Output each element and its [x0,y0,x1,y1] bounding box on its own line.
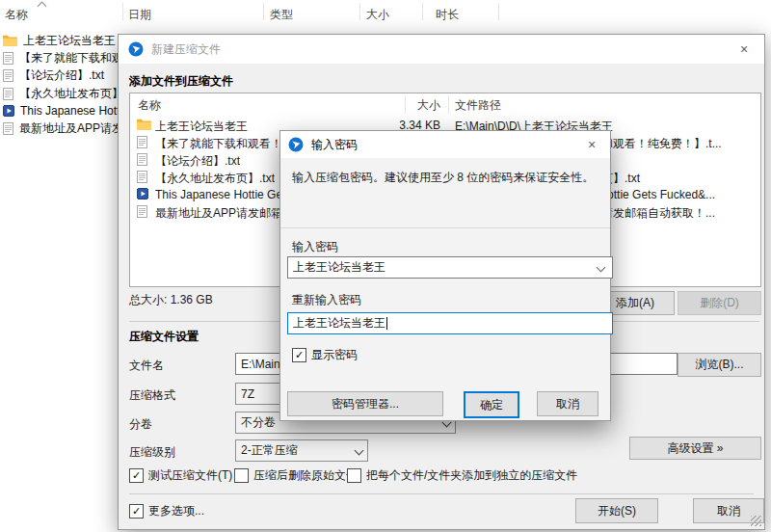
close-icon[interactable]: × [724,35,764,64]
file-name: 【来了就能下载和观... [19,50,133,66]
checkbox-icon: ✓ [292,348,306,362]
advanced-settings-button[interactable]: 高级设置 » [629,437,761,460]
ok-button[interactable]: 确定 [464,391,519,418]
checkbox-icon: ✓ [129,504,144,519]
filename-label: 文件名 [129,358,164,374]
more-options-checkbox[interactable]: ✓ 更多选项... [129,503,204,519]
text-file-icon [137,136,147,148]
chevron-down-icon [355,446,364,456]
delete-after-checkbox[interactable]: 压缩后删除原始文件 [234,467,358,484]
column-header-duration[interactable]: 时长 [436,7,459,23]
screen: { "explorer": { "columns": [ {"label": "… [0,0,771,532]
video-file-icon [137,188,148,200]
text-file-icon [3,88,13,100]
bandizip-app-icon [128,41,144,57]
password-dialog-titlebar: 输入密码 × [280,131,610,158]
column-header-size[interactable]: 大小 [366,7,389,23]
separate-archives-checkbox[interactable]: 把每个文件/文件夹添加到独立的压缩文件 [347,467,577,484]
password-dialog: 输入密码 × 输入压缩包密码。建议使用至少 8 位的密码来保证安全性。 输入密码… [279,130,611,421]
cancel-button[interactable]: 取消 [537,391,598,416]
text-file-icon [3,122,13,135]
text-file-icon [137,205,147,218]
checkbox-icon [234,468,249,483]
text-file-icon [3,69,13,82]
explorer-column-header: 名称 日期 类型 大小 时长 [0,0,771,23]
explorer-file-row[interactable]: 上老王论坛当老王 [3,32,116,49]
level-label: 压缩级别 [129,444,175,461]
dialog-title: 输入密码 [311,137,358,153]
checkbox-icon [347,468,361,483]
show-password-checkbox[interactable]: ✓ 显示密码 [292,347,358,363]
explorer-file-row[interactable]: This Japanese Hottie [3,102,129,120]
file-name: This Japanese Hottie [20,104,129,118]
start-button[interactable]: 开始(S) [575,498,658,523]
volume-label: 分卷 [129,416,152,433]
explorer-file-row[interactable]: 【论坛介绍】.txt [3,66,104,84]
text-cursor [386,317,387,330]
file-name: 上老王论坛当老王 [23,33,116,49]
list-column-size[interactable]: 大小 [371,97,440,114]
folder-icon [137,119,151,130]
file-name: 上老王论坛当老王 [155,119,248,135]
password-label: 输入密码 [292,239,338,255]
file-name: 【永久地址发布页】.txt [155,171,275,187]
confirm-password-input[interactable]: 上老王论坛当老王 [287,312,613,334]
format-label: 压缩格式 [129,387,175,404]
sort-ascending-icon [38,2,47,12]
dialog-title: 新建压缩文件 [151,41,221,58]
password-manager-button[interactable]: 密码管理器... [287,391,443,416]
explorer-file-row[interactable]: 最新地址及APP请发邮 [3,120,135,137]
delete-button[interactable]: 删除(D) [678,291,761,315]
section-add-files-title: 添加文件到压缩文件 [129,73,233,90]
column-header-type[interactable]: 类型 [270,7,293,23]
folder-icon [3,35,17,46]
column-header-date[interactable]: 日期 [128,7,151,23]
bandizip-app-icon [288,137,304,152]
explorer-file-row[interactable]: 【来了就能下载和观... [3,49,133,66]
total-size-label: 总大小: 1.36 GB [129,292,213,308]
password-combobox[interactable]: 上老王论坛当老王 [287,256,613,279]
close-icon[interactable]: × [573,131,610,158]
list-column-path[interactable]: 文件路径 [455,97,501,114]
resize-grip[interactable] [751,516,761,526]
list-column-name[interactable]: 名称 [138,97,161,114]
section-archive-settings-title: 压缩文件设置 [129,329,199,345]
column-header-name[interactable]: 名称 [5,7,28,23]
chevron-down-icon [597,263,606,273]
text-file-icon [3,52,13,65]
text-file-icon [137,153,147,166]
password-hint-text: 输入压缩包密码。建议使用至少 8 位的密码来保证安全性。 [292,170,594,186]
file-name: 【论坛介绍】.txt [155,153,240,170]
text-file-icon [137,171,147,183]
test-archive-checkbox[interactable]: ✓ 测试压缩文件(T) [129,467,232,484]
checkbox-icon: ✓ [129,468,144,483]
new-archive-titlebar: 新建压缩文件 × [119,35,764,64]
video-file-icon [3,105,14,117]
browse-button[interactable]: 浏览(B)... [678,353,761,377]
confirm-password-label: 重新输入密码 [292,292,361,308]
file-name: 【论坛介绍】.txt [19,67,104,84]
level-select[interactable]: 2-正常压缩 [235,439,368,462]
